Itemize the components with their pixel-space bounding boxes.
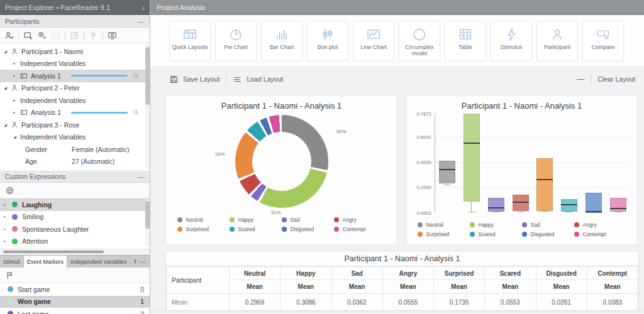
legend-dot [177, 227, 182, 232]
box-contempt[interactable] [610, 198, 626, 212]
legend-item-scared: Scared [230, 224, 282, 234]
expander-icon[interactable]: ▸ [4, 239, 11, 244]
y-tick-label: 0.6000 [417, 135, 431, 140]
marker-color-dot [8, 311, 13, 314]
load-layout-button[interactable]: Load Layout [247, 75, 283, 83]
expander-icon[interactable]: ▸ [13, 110, 20, 115]
collapse-layout-icon[interactable]: — [577, 75, 584, 84]
box-plot-title: Participant 1 - Naomi - Analysis 1 [462, 101, 582, 111]
legend-label: Surprised [426, 231, 449, 237]
clear-layout-button[interactable]: Clear Layout [597, 75, 635, 83]
expander-icon[interactable]: ◢ [13, 134, 20, 139]
tree-item-participant-3-rose[interactable]: ◢Participant 3 - Rose [0, 119, 150, 131]
table-col-happy: Happy [280, 267, 331, 280]
tree-item-analysis-1[interactable]: ▸Analysis 1 [0, 107, 150, 119]
toolbar-card-pie-chart[interactable]: Pie Chart [215, 21, 257, 61]
monitor-cam-icon[interactable] [108, 31, 117, 40]
legend-item-contempt: Contempt [334, 224, 386, 234]
toolbar-card-stimulus[interactable]: Stimulus [491, 21, 532, 61]
stats-table: ParticipantNeutralHappySadAngrySurprised… [166, 266, 638, 311]
expression-attention[interactable]: ▸Attention [0, 236, 150, 248]
tree-item-independent-variables[interactable]: ▸Independent Variables [0, 58, 150, 70]
expressions-scrollbar[interactable] [145, 200, 150, 246]
tree-item-participant-1-naomi[interactable]: ◢Participant 1 - Naomi [0, 45, 150, 58]
analysis-box-icon [20, 109, 28, 116]
person-icon [11, 48, 18, 55]
custom-expressions-list: ▸Laughing▸Smiling▸Spontaneous Laughter▸A… [0, 198, 150, 247]
marker-flag-icon[interactable] [5, 271, 14, 280]
toolbar-card-compare[interactable]: Compare [582, 21, 624, 61]
expressions-scrollbar-thumb[interactable] [145, 201, 150, 229]
marker-lost-game[interactable]: Lost game2 [0, 308, 150, 314]
pie-chart-card: Participant 1 - Naomi - Analysis 1 30%18… [165, 95, 397, 246]
collapse-panel-icon[interactable]: ‹ [142, 4, 145, 12]
save-icon[interactable] [169, 75, 179, 84]
camera-add-icon[interactable] [37, 31, 47, 40]
custom-expressions-minimize-icon[interactable]: — [138, 173, 145, 180]
project-explorer-panel: Project Explorer • FaceReader 9.1 ‹ Part… [0, 0, 150, 314]
face-icon[interactable] [5, 186, 14, 195]
toolbar-card-line-chart[interactable]: Line Chart [353, 21, 394, 61]
expander-icon[interactable]: ▸ [13, 61, 20, 66]
tab-stimuli[interactable]: Stimuli [0, 256, 24, 268]
event-markers-list: Start game0Won game1Lost game2 [0, 283, 150, 314]
expander-icon[interactable]: ▸ [4, 214, 11, 219]
box-sad[interactable] [488, 198, 504, 211]
expander-icon[interactable]: ▸ [13, 98, 20, 103]
tree-item-independent-variables[interactable]: ▸Independent Variables [0, 94, 150, 107]
tab-tests[interactable]: Tests [130, 256, 136, 268]
expander-icon[interactable]: ▸ [4, 227, 11, 232]
expression-laughing[interactable]: ▸Laughing [0, 198, 150, 211]
tree-item-analysis-1[interactable]: ▸Analysis 1 [0, 70, 150, 82]
custom-expressions-header: Custom Expressions — [0, 170, 150, 183]
y-tick-label: 0.4000 [417, 160, 431, 165]
tree-item-age[interactable]: Age27 (Automatic) [0, 156, 150, 168]
tab-independent-variables[interactable]: Independent Variables [67, 256, 130, 268]
expressions-hscrollbar-thumb[interactable] [3, 251, 104, 253]
tab-event-markers[interactable]: Event Markers [24, 256, 67, 268]
expander-icon[interactable]: ▸ [4, 202, 11, 207]
pin-icon [89, 31, 98, 40]
toolbar-card-box-plot[interactable]: Box plot [307, 21, 348, 61]
screen-add-icon[interactable] [23, 31, 33, 40]
tree-item-gender[interactable]: GenderFemale (Automatic) [0, 143, 150, 156]
box-surprised[interactable] [536, 158, 553, 211]
load-list-icon[interactable] [233, 75, 242, 84]
legend-dot [470, 222, 475, 227]
expression-smiling[interactable]: ▸Smiling [0, 211, 150, 224]
expander-icon[interactable]: ▸ [13, 73, 20, 78]
markers-minimize-icon[interactable]: — [136, 256, 150, 268]
expression-spontaneous-laughter[interactable]: ▸Spontaneous Laughter [0, 223, 150, 236]
box-angry[interactable] [513, 195, 529, 212]
person-add-icon[interactable] [4, 31, 14, 40]
box-scared[interactable] [561, 199, 577, 212]
tree-scrollbar-thumb[interactable] [145, 47, 150, 105]
tree-scrollbar[interactable] [145, 45, 150, 169]
box-happy[interactable] [464, 114, 480, 202]
box-neutral[interactable] [439, 161, 455, 183]
box-disgusted[interactable] [586, 193, 602, 213]
toolbar-separator [18, 31, 19, 40]
toolbar-card-bar-chart[interactable]: Bar Chart [261, 21, 303, 61]
marker-won-game[interactable]: Won game1 [0, 296, 150, 308]
toolbar-card-participant[interactable]: Participant [536, 21, 578, 61]
expander-icon[interactable]: ◢ [4, 85, 11, 90]
expressions-hscrollbar[interactable] [0, 249, 150, 255]
tree-item-independent-variables[interactable]: ◢Independent Variables [0, 131, 150, 144]
expression-color-dot [12, 214, 18, 220]
legend-label: Neutral [426, 222, 443, 228]
marker-start-game[interactable]: Start game0 [0, 283, 150, 296]
toolbar-card-quick-layouts[interactable]: Quick Layouts [169, 21, 211, 61]
donut-chart[interactable]: 30%18%31% [235, 115, 328, 208]
participants-minimize-icon[interactable]: — [138, 18, 145, 25]
box-plot-legend: NeutralHappySadAngrySurprisedScaredDisgu… [418, 220, 626, 239]
tree-item-participant-2-peter[interactable]: ◢Participant 2 - Peter [0, 82, 150, 95]
toolbar-card-table[interactable]: Table [445, 21, 486, 61]
toolbar-card-circumplex-model[interactable]: Circumplex model [399, 21, 440, 61]
expander-icon[interactable]: ◢ [4, 49, 11, 54]
expander-icon[interactable]: ◢ [4, 122, 11, 127]
participants-tree: ◢Participant 1 - Naomi▸Independent Varia… [0, 43, 150, 170]
expression-color-dot [12, 239, 18, 244]
save-layout-button[interactable]: Save Layout [183, 75, 219, 83]
project-analysis-area: Project Analysis Quick LayoutsPie ChartB… [150, 0, 644, 314]
